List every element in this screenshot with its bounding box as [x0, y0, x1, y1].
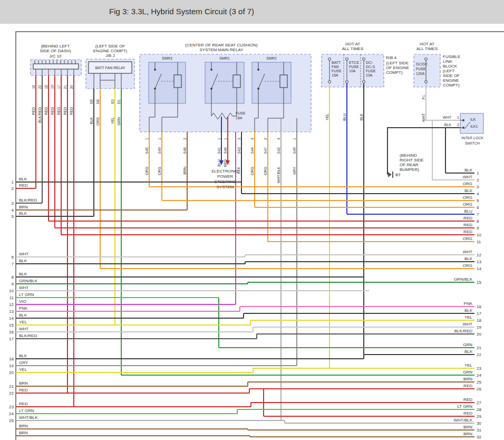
pin-number: 16	[9, 330, 14, 334]
wire-color-label: S47	[264, 147, 267, 154]
annotation: SYSTEM MAIN RELAY	[200, 47, 244, 52]
smr2-box	[252, 62, 291, 103]
annotation: ELECTRONIC	[211, 169, 239, 174]
annotation: ILK	[470, 118, 476, 121]
pin-number: 4	[477, 192, 479, 196]
pin-number: 3	[12, 201, 14, 206]
pin-number: 18	[477, 318, 481, 323]
wire-color-label: RED	[463, 229, 472, 234]
wire-color-label: GRN/BLK	[19, 279, 38, 283]
pin-number: 9	[12, 282, 14, 286]
wire-color-label: BLK	[464, 349, 473, 354]
jc10-inner	[33, 64, 79, 69]
annotation: BLK	[444, 123, 452, 127]
annotation: 2	[457, 123, 459, 127]
pin-number: 7	[12, 262, 14, 266]
wire-color-label: BLK/RED	[454, 329, 472, 333]
annotation: BUMPER)	[400, 167, 419, 172]
wire-color-label: WHT/BLK	[277, 167, 280, 183]
annotation: J/C 10	[49, 54, 62, 59]
wire-color-label: GRN	[117, 117, 121, 126]
terminal-dot	[257, 88, 259, 90]
wire-color-label: GRY	[293, 167, 296, 175]
wire-color-label: RED	[51, 107, 54, 115]
wire-color-label: BRN	[19, 381, 28, 386]
pin-number: 18	[9, 357, 14, 361]
smr3-box	[149, 62, 186, 103]
pin-number: 13	[477, 260, 481, 264]
annotation: SIDE OF	[443, 73, 460, 78]
pin-number: 25	[9, 418, 14, 423]
annotation: INTER LOCK	[461, 136, 483, 140]
wire-color-label: BLK	[464, 256, 473, 261]
wire-color-label: WHT	[19, 327, 28, 331]
pin-number: 20	[477, 332, 481, 337]
annotation: SMR1	[219, 56, 230, 60]
annotation: R/B 4	[386, 55, 397, 60]
wire-color-label: 2	[264, 138, 267, 140]
annotation: SIDE OF DASH)	[40, 49, 71, 53]
annotation: FUSE	[366, 69, 376, 73]
wire-color-label: YEL	[464, 315, 473, 320]
wire-color-label: WHT	[463, 250, 472, 254]
annotation: SWITCH	[465, 141, 480, 145]
annotation: (BEHIND LEFT	[41, 44, 70, 49]
pin-number: 19	[477, 325, 481, 330]
pin-number: 15	[477, 280, 481, 285]
pin-number: 29	[477, 414, 481, 419]
annotation: FUSE	[416, 67, 426, 71]
wire-color-label: BLK	[464, 188, 473, 193]
annotation: ALL TIMES	[416, 46, 438, 51]
smr1-box	[205, 62, 244, 103]
annotation: (BEHIND	[400, 153, 417, 158]
annotation: ALL TIMES	[342, 46, 363, 51]
wire-color-label: ORG	[96, 117, 100, 126]
pin-number: 12	[477, 253, 481, 257]
annotation: ENGINE COMPT)	[93, 49, 128, 53]
annotation: (LEFT SIDE OF	[95, 44, 125, 49]
terminal-dot	[257, 69, 259, 71]
annotation: J/B 2	[105, 53, 115, 58]
annotation: FUSE	[332, 69, 342, 73]
pin-number: 10	[477, 233, 481, 237]
pin-number: 25	[477, 380, 481, 385]
wire-color-label: RED	[63, 107, 67, 115]
wire-color-label: RED	[57, 107, 61, 115]
wire-color-label: 1	[145, 138, 149, 140]
annotation: (LEFT	[443, 69, 454, 73]
pin-number: 21	[477, 346, 481, 350]
wire-color-label: ORG	[264, 167, 267, 175]
wire-color-label: ORG	[463, 195, 472, 200]
wire-color-label: BLK	[237, 167, 240, 174]
wire-color-label: BRN	[183, 167, 187, 175]
pin-number: 11	[477, 240, 481, 244]
terminal-dot	[154, 88, 156, 90]
pin-number: 24	[9, 412, 14, 416]
annotation: FUSE	[236, 111, 246, 115]
annotation: LINK	[443, 59, 452, 64]
wire-color-label: ORG	[463, 236, 472, 241]
wire-color-label: RED	[463, 397, 472, 402]
wire-color-label: VIO	[19, 299, 26, 304]
pin-number: 14	[477, 266, 481, 271]
pin-number: 28	[477, 407, 481, 412]
annotation: ETCS	[349, 61, 359, 64]
wire-color-label: WHT	[422, 113, 425, 122]
wire-color-label: BLK	[19, 353, 27, 358]
wire-color-label: S49	[293, 147, 296, 154]
wire-color-label: 1	[293, 138, 296, 140]
wire-color-label: RED	[463, 216, 472, 221]
pin-number: 8	[12, 275, 14, 280]
wire-color-label: RED	[70, 107, 73, 115]
wire-color-label: WHT	[463, 322, 472, 327]
annotation: DC/	[366, 61, 372, 64]
pin-number: 12	[9, 302, 14, 307]
wire-color-label: RED	[32, 107, 35, 115]
diagram-svg: BLK1RED2BLK/RED3BRN4BLK5WHT6BLK7BLK8GRN/…	[0, 0, 504, 440]
wire-color-label: 2	[183, 138, 187, 140]
wire-color-label: 1	[158, 138, 161, 140]
pin-number: 1	[12, 180, 14, 185]
pin-number: 30	[477, 421, 481, 426]
pin-number: 17	[9, 337, 14, 341]
wire-color-label: S49	[158, 147, 161, 154]
